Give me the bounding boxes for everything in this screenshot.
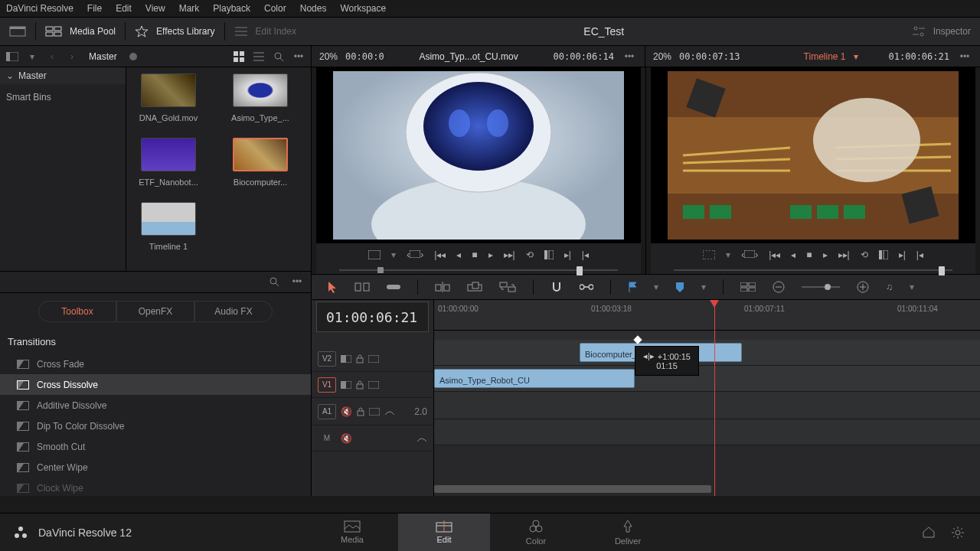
gear-icon[interactable] <box>951 526 965 540</box>
replace-icon[interactable] <box>499 282 516 292</box>
menu-mark[interactable]: Mark <box>179 3 200 14</box>
step-back-icon[interactable]: ◂ <box>456 249 461 260</box>
timeline-frame[interactable] <box>651 67 975 243</box>
curve-icon[interactable] <box>416 435 427 442</box>
overwrite-icon[interactable] <box>467 282 482 292</box>
mute-icon[interactable]: 🔇 <box>341 433 352 444</box>
goto-start-icon[interactable]: |◂◂ <box>434 249 446 260</box>
play-icon[interactable]: ▸ <box>488 249 493 260</box>
goto-end-icon[interactable]: ▸| <box>899 249 906 260</box>
play-icon[interactable]: ▸ <box>823 249 828 260</box>
page-color[interactable]: Color <box>490 514 582 552</box>
timeline-body[interactable]: 01:00:00:00 01:00:03:18 01:00:07:11 01:0… <box>434 300 980 496</box>
goto-in-icon[interactable] <box>544 250 554 259</box>
menu-app[interactable]: DaVinci Resolve <box>6 3 74 14</box>
zoom-in-icon[interactable] <box>857 281 869 293</box>
media-pool-label[interactable]: Media Pool <box>70 26 116 37</box>
source-frame[interactable] <box>316 67 641 243</box>
menu-edit[interactable]: Edit <box>116 3 132 14</box>
lock-icon[interactable] <box>356 354 364 364</box>
track-label[interactable]: V1 <box>318 377 336 393</box>
layout-icon[interactable] <box>9 26 26 37</box>
goto-in-icon[interactable] <box>879 250 888 259</box>
viewer-mode-icon[interactable] <box>368 250 381 259</box>
curve-icon[interactable] <box>384 408 395 416</box>
source-scrubber[interactable] <box>316 266 641 274</box>
flag-icon[interactable] <box>628 282 637 292</box>
source-zoom[interactable]: 20% <box>319 51 338 62</box>
match-frame-icon[interactable]: ‹› <box>407 249 423 260</box>
track-header-v1[interactable]: V1 <box>312 372 433 398</box>
track-m[interactable] <box>434 419 980 445</box>
goto-out-icon[interactable]: |◂ <box>582 249 589 260</box>
track-v1[interactable]: Asimo_Type_Robot_CU <box>434 366 980 392</box>
transition-item[interactable]: Center Wipe <box>0 457 311 478</box>
menu-color[interactable]: Color <box>264 3 286 14</box>
link-icon[interactable] <box>580 282 593 292</box>
goto-out-icon[interactable]: |◂ <box>916 249 923 260</box>
track-view-icon[interactable] <box>368 381 379 389</box>
track-header-v2[interactable]: V2 <box>312 346 433 372</box>
more-icon[interactable]: ••• <box>291 49 306 64</box>
transition-item[interactable]: Additive Dissolve <box>0 395 311 416</box>
lock-icon[interactable] <box>357 407 364 416</box>
source-clip-name[interactable]: Asimo_Typ...ot_CU.mov <box>392 51 546 62</box>
smart-bins-label[interactable]: Smart Bins <box>0 84 126 110</box>
nav-back-icon[interactable]: ‹ <box>44 49 60 64</box>
clip[interactable]: Asimo_Type_Robot_CU <box>434 369 635 388</box>
mute-icon[interactable]: 🔇 <box>341 406 352 417</box>
master-bin[interactable]: ⌄ Master <box>0 67 126 84</box>
menu-playback[interactable]: Playback <box>213 3 250 14</box>
goto-start-icon[interactable]: |◂◂ <box>769 249 780 260</box>
music-icon[interactable]: ♫ <box>886 282 893 292</box>
transition-item[interactable]: Cross Fade <box>0 354 311 374</box>
transition-item[interactable]: Smooth Cut <box>0 436 311 457</box>
timeline-scrubber[interactable] <box>651 266 975 274</box>
source-more-icon[interactable]: ••• <box>622 49 637 64</box>
clip-thumb[interactable]: Asimo_Type_... <box>226 73 295 122</box>
stop-icon[interactable]: ■ <box>472 249 477 260</box>
slider-dot[interactable] <box>129 53 137 60</box>
playhead[interactable] <box>714 300 715 496</box>
zoom-out-icon[interactable] <box>773 281 785 293</box>
inspector-label[interactable]: Inspector <box>933 26 971 37</box>
lock-icon[interactable] <box>356 380 364 390</box>
loop-icon[interactable]: ⟲ <box>861 249 868 260</box>
goto-end-icon[interactable]: ▸| <box>564 249 571 260</box>
edit-index-icon[interactable] <box>234 26 248 37</box>
timeline-zoom[interactable]: 20% <box>653 51 671 62</box>
step-fwd-icon[interactable]: ▸▸| <box>504 249 515 260</box>
zoom-slider[interactable] <box>802 286 840 288</box>
menu-view[interactable]: View <box>145 3 165 14</box>
dropdown-icon[interactable]: ▾ <box>24 49 40 64</box>
more-icon[interactable]: ••• <box>289 274 305 289</box>
track-label[interactable]: M <box>318 431 336 446</box>
home-icon[interactable] <box>922 526 936 540</box>
track-a1[interactable] <box>434 392 980 419</box>
timeline-name[interactable]: Timeline 1 <box>804 51 846 62</box>
clip-thumb[interactable]: ETF_Nanobot... <box>134 138 203 187</box>
track-header-a1[interactable]: A1 🔇 2.0 <box>312 398 433 425</box>
viewer-mode-icon[interactable] <box>703 250 715 259</box>
inspector-icon[interactable] <box>912 25 926 37</box>
panel-toggle-icon[interactable] <box>5 49 20 64</box>
transition-item[interactable]: Dip To Color Dissolve <box>0 416 311 436</box>
search-icon[interactable] <box>271 49 286 64</box>
media-pool-icon[interactable] <box>45 26 62 37</box>
effects-library-icon[interactable] <box>135 25 149 37</box>
search-icon[interactable] <box>266 274 282 289</box>
timeline-thumb[interactable]: Timeline 1 <box>134 202 203 251</box>
clip-thumb[interactable]: DNA_Gold.mov <box>134 73 203 122</box>
page-edit[interactable]: Edit <box>398 514 490 552</box>
page-deliver[interactable]: Deliver <box>582 514 674 552</box>
track-view-icon[interactable] <box>368 355 379 363</box>
trim-tool-icon[interactable] <box>354 282 370 292</box>
blade-tool-icon[interactable] <box>387 282 400 292</box>
clip-thumb[interactable]: Biocomputer... <box>226 138 295 187</box>
track-toggle-icon[interactable] <box>341 381 351 389</box>
menu-file[interactable]: File <box>87 3 102 14</box>
snap-icon[interactable] <box>550 281 563 293</box>
tab-toolbox[interactable]: Toolbox <box>38 301 116 322</box>
timeline-ruler[interactable]: 01:00:00:00 01:00:03:18 01:00:07:11 01:0… <box>434 300 980 331</box>
track-header-m[interactable]: M 🔇 <box>312 425 433 452</box>
